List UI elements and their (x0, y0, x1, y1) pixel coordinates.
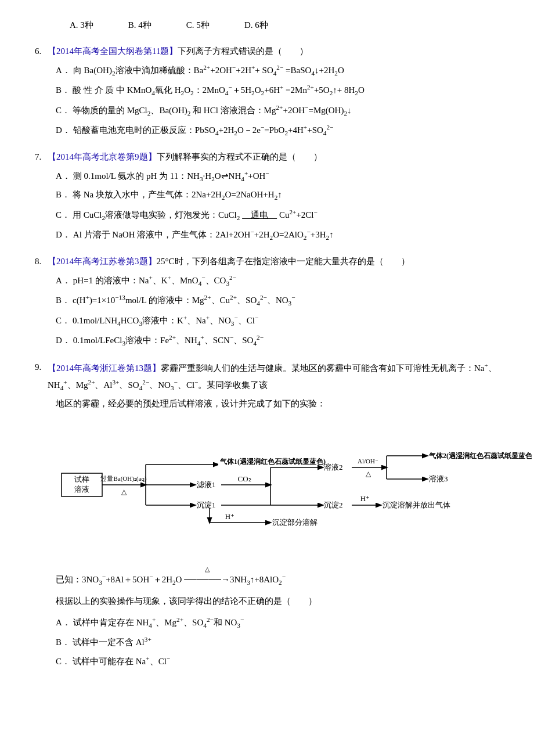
q6-option-d: D． 铅酸蓄电池充电时的正极反应：PbSO4+2H2O－2e−=PbO2+4H+… (56, 121, 499, 139)
question-6-link[interactable]: 【2014年高考全国大纲卷第11题】 (48, 46, 178, 56)
experiment-diagram: 试样 溶液 过量Ba(OH)₂(aq) △ 气体1(遇湿润红色石蕊试纸显蓝色) … (56, 421, 499, 555)
svg-text:沉淀1: 沉淀1 (197, 501, 216, 509)
diagram-svg: 试样 溶液 过量Ba(OH)₂(aq) △ 气体1(遇湿润红色石蕊试纸显蓝色) … (56, 421, 532, 555)
svg-text:试样: 试样 (74, 475, 89, 484)
q9-option-c: C． 试样中可能存在 Na+、Cl− (56, 653, 499, 669)
question-7: 7. 【2014年高考北京卷第9题】下列解释事实的方程式不正确的是（ ） A． … (35, 149, 499, 243)
q9-option-a: A． 试样中肯定存在 NH4+、Mg2+、SO42−和 NO3− (56, 614, 499, 631)
option-b-top: B. 4种 (128, 17, 151, 33)
question-8-num: 8. (35, 254, 45, 269)
question-6-title: 6. 【2014年高考全国大纲卷第11题】下列离子方程式错误的是（ ） (35, 44, 499, 59)
svg-text:Al/OH⁻: Al/OH⁻ (358, 458, 378, 465)
question-9-conclusion-text: 根据以上的实验操作与现象，该同学得出的结论不正确的是（ ） (56, 593, 499, 609)
question-8-title: 8. 【2014年高考江苏卷第3题】25°C时，下列各组离子在指定溶液中一定能大… (35, 254, 499, 269)
question-9: 9. 【2014年高考浙江卷第13题】雾霾严重影响人们的生活与健康。某地区的雾霾… (35, 359, 499, 669)
q8-option-a: A． pH=1 的溶液中：Na+、K+、MnO4−、CO32− (56, 272, 499, 289)
option-a-top: A. 3种 (70, 17, 93, 33)
q8-option-d: D． 0.1mol/LFeCl3溶液中：Fe2+、NH4+、SCN−、SO42− (56, 332, 499, 349)
question-9-continuation: 地区的雾霾，经必要的预处理后试样溶液，设计并完成了如下的实验： (56, 396, 499, 412)
question-9-link[interactable]: 【2014年高考浙江卷第13题】 (48, 363, 161, 373)
question-9-num: 9. (35, 359, 45, 375)
option-d-top: D. 6种 (244, 17, 268, 33)
question-6-options: A． 向 Ba(OH)2溶液中滴加稀硫酸：Ba2++2OH−+2H++ SO42… (56, 62, 499, 139)
svg-text:气体2(遇湿润红色石蕊试纸显蓝色): 气体2(遇湿润红色石蕊试纸显蓝色) (428, 452, 532, 460)
q9-option-b: B． 试样中一定不含 Al3+ (56, 633, 499, 650)
svg-text:气体1(遇湿润红色石蕊试纸显蓝色): 气体1(遇湿润红色石蕊试纸显蓝色) (219, 458, 326, 466)
svg-text:沉淀溶解并放出气体: 沉淀溶解并放出气体 (383, 501, 450, 509)
svg-text:△: △ (121, 488, 127, 496)
q8-option-c: C． 0.1mol/LNH4HCO3溶液中：K+、Na+、NO3−、Cl− (56, 312, 499, 329)
svg-text:沉淀2: 沉淀2 (324, 501, 343, 509)
q7-option-d: D． Al 片溶于 NaOH 溶液中，产生气体：2Al+2OH−+2H2O=2A… (56, 226, 499, 243)
question-6-num: 6. (35, 44, 45, 59)
svg-text:沉淀部分溶解: 沉淀部分溶解 (272, 518, 317, 527)
svg-text:△: △ (366, 470, 371, 478)
svg-text:过量Ba(OH)₂(aq): 过量Ba(OH)₂(aq) (100, 475, 146, 483)
option-c-top: C. 5种 (186, 17, 210, 33)
question-7-num: 7. (35, 149, 45, 165)
question-9-options: A． 试样中肯定存在 NH4+、Mg2+、SO42−和 NO3− B． 试样中一… (56, 614, 499, 669)
question-7-link[interactable]: 【2014年高考北京卷第9题】 (48, 152, 157, 161)
q7-option-a: A． 测 0.1mol/L 氨水的 pH 为 11：NH3·H2O⇌NH4++O… (56, 167, 499, 185)
question-6: 6. 【2014年高考全国大纲卷第11题】下列离子方程式错误的是（ ） A． 向… (35, 44, 499, 139)
svg-text:H⁺: H⁺ (360, 494, 370, 503)
svg-text:溶液2: 溶液2 (324, 463, 343, 471)
question-6-content: 【2014年高考全国大纲卷第11题】下列离子方程式错误的是（ ） (48, 44, 308, 59)
question-7-content: 【2014年高考北京卷第9题】下列解释事实的方程式不正确的是（ ） (48, 149, 322, 165)
svg-text:溶液: 溶液 (74, 485, 89, 494)
question-8-options: A． pH=1 的溶液中：Na+、K+、MnO4−、CO32− B． c(H+)… (56, 272, 499, 349)
question-8-link[interactable]: 【2014年高考江苏卷第3题】 (48, 257, 157, 266)
question-8-content: 【2014年高考江苏卷第3题】25°C时，下列各组离子在指定溶液中一定能大量共存… (48, 254, 410, 269)
top-options-row: A. 3种 B. 4种 C. 5种 D. 6种 (70, 17, 499, 33)
svg-text:溶液3: 溶液3 (429, 474, 448, 483)
question-9-content: 【2014年高考浙江卷第13题】雾霾严重影响人们的生活与健康。某地区的雾霾中可能… (48, 359, 499, 394)
known-formula: 已知：3NO3−+8Al＋5OH−＋2H2O △──────→3NH3↑+8Al… (56, 564, 499, 588)
q8-option-b: B． c(H+)=1×10−13mol/L 的溶液中：Mg2+、Cu2+、SO4… (56, 291, 499, 309)
q6-option-c: C． 等物质的量的 MgCl2、Ba(OH)2 和 HCl 溶液混合：Mg2++… (56, 102, 499, 119)
q6-option-b: B． 酸 性 介 质 中 KMnO4氧化 H2O2：2MnO4−＋5H2O2+6… (56, 81, 499, 99)
svg-text:H⁺: H⁺ (225, 512, 234, 521)
q7-option-c: C． 用 CuCl2溶液做导电实验，灯泡发光：CuCl2 通电 Cu2++2Cl… (56, 206, 499, 224)
svg-text:滤液1: 滤液1 (197, 480, 216, 489)
question-7-options: A． 测 0.1mol/L 氨水的 pH 为 11：NH3·H2O⇌NH4++O… (56, 167, 499, 243)
question-9-title: 9. 【2014年高考浙江卷第13题】雾霾严重影响人们的生活与健康。某地区的雾霾… (35, 359, 499, 394)
svg-text:CO₂: CO₂ (237, 474, 251, 483)
question-7-title: 7. 【2014年高考北京卷第9题】下列解释事实的方程式不正确的是（ ） (35, 149, 499, 165)
question-8: 8. 【2014年高考江苏卷第3题】25°C时，下列各组离子在指定溶液中一定能大… (35, 254, 499, 349)
q7-option-b: B． 将 Na 块放入水中，产生气体：2Na+2H2O=2NaOH+H2↑ (56, 187, 499, 203)
q6-option-a: A． 向 Ba(OH)2溶液中滴加稀硫酸：Ba2++2OH−+2H++ SO42… (56, 62, 499, 79)
